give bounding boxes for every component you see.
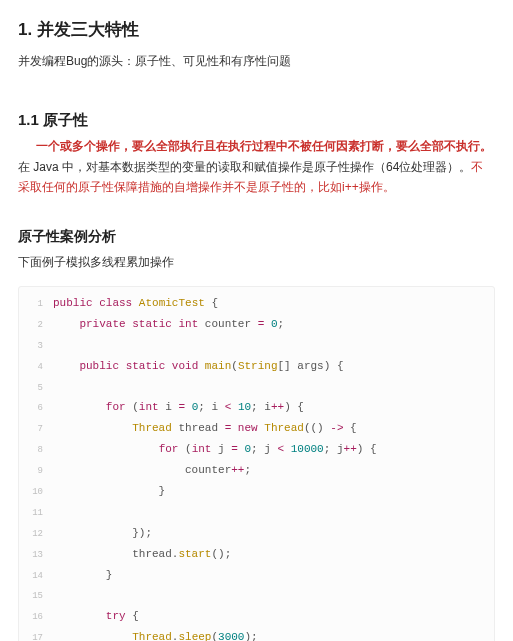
line-number: 10 bbox=[19, 484, 53, 501]
code-content: private static int counter = 0; bbox=[53, 314, 284, 335]
code-line: 7 Thread thread = new Thread(() -> { bbox=[19, 418, 488, 439]
code-content: Thread.sleep(3000); bbox=[53, 627, 258, 641]
code-content: public static void main(String[] args) { bbox=[53, 356, 344, 377]
case-heading: 原子性案例分析 bbox=[18, 228, 495, 246]
line-number: 5 bbox=[19, 380, 53, 397]
line-number: 11 bbox=[19, 505, 53, 522]
line-number: 16 bbox=[19, 609, 53, 626]
code-content: Thread thread = new Thread(() -> { bbox=[53, 418, 357, 439]
line-number: 3 bbox=[19, 338, 53, 355]
code-line: 16 try { bbox=[19, 606, 488, 627]
heading-1-1: 1.1 原子性 bbox=[18, 111, 495, 130]
code-line: 5 bbox=[19, 377, 488, 398]
code-line: 14 } bbox=[19, 565, 488, 586]
code-block: 1public class AtomicTest {2 private stat… bbox=[18, 286, 495, 641]
line-number: 17 bbox=[19, 630, 53, 641]
atomicity-definition-red: 一个或多个操作，要么全部执行且在执行过程中不被任何因素打断，要么全部不执行。 bbox=[36, 139, 492, 153]
code-line: 4 public static void main(String[] args)… bbox=[19, 356, 488, 377]
code-line: 2 private static int counter = 0; bbox=[19, 314, 488, 335]
code-content: } bbox=[53, 565, 112, 586]
code-line: 1public class AtomicTest { bbox=[19, 293, 488, 314]
code-content: }); bbox=[53, 523, 152, 544]
code-content bbox=[53, 335, 60, 356]
code-line: 8 for (int j = 0; j < 10000; j++) { bbox=[19, 439, 488, 460]
line-number: 4 bbox=[19, 359, 53, 376]
line-number: 8 bbox=[19, 442, 53, 459]
line-number: 14 bbox=[19, 568, 53, 585]
line-number: 7 bbox=[19, 421, 53, 438]
case-intro: 下面例子模拟多线程累加操作 bbox=[18, 252, 495, 272]
heading-1: 1. 并发三大特性 bbox=[18, 18, 495, 41]
code-line: 10 } bbox=[19, 481, 488, 502]
code-content: counter++; bbox=[53, 460, 251, 481]
code-line: 17 Thread.sleep(3000); bbox=[19, 627, 488, 641]
line-number: 9 bbox=[19, 463, 53, 480]
code-line: 15 bbox=[19, 585, 488, 606]
line-number: 6 bbox=[19, 400, 53, 417]
document-page: 1. 并发三大特性 并发编程Bug的源头：原子性、可见性和有序性问题 1.1 原… bbox=[0, 0, 513, 641]
intro-paragraph: 并发编程Bug的源头：原子性、可见性和有序性问题 bbox=[18, 51, 495, 71]
code-content: thread.start(); bbox=[53, 544, 231, 565]
code-content: } bbox=[53, 481, 165, 502]
code-line: 6 for (int i = 0; i < 10; i++) { bbox=[19, 397, 488, 418]
code-content: for (int j = 0; j < 10000; j++) { bbox=[53, 439, 377, 460]
code-line: 13 thread.start(); bbox=[19, 544, 488, 565]
code-content: try { bbox=[53, 606, 139, 627]
code-content bbox=[53, 502, 60, 523]
line-number: 12 bbox=[19, 526, 53, 543]
atomicity-paragraph: 一个或多个操作，要么全部执行且在执行过程中不被任何因素打断，要么全部不执行。在 … bbox=[18, 136, 495, 197]
code-content: public class AtomicTest { bbox=[53, 293, 218, 314]
code-content: for (int i = 0; i < 10; i++) { bbox=[53, 397, 304, 418]
code-line: 12 }); bbox=[19, 523, 488, 544]
atomicity-mid-text: 在 Java 中，对基本数据类型的变量的读取和赋值操作是原子性操作（64位处理器… bbox=[18, 160, 471, 174]
line-number: 2 bbox=[19, 317, 53, 334]
line-number: 1 bbox=[19, 296, 53, 313]
code-line: 11 bbox=[19, 502, 488, 523]
code-content bbox=[53, 377, 60, 398]
line-number: 15 bbox=[19, 588, 53, 605]
code-content bbox=[53, 585, 60, 606]
code-line: 9 counter++; bbox=[19, 460, 488, 481]
line-number: 13 bbox=[19, 547, 53, 564]
code-line: 3 bbox=[19, 335, 488, 356]
